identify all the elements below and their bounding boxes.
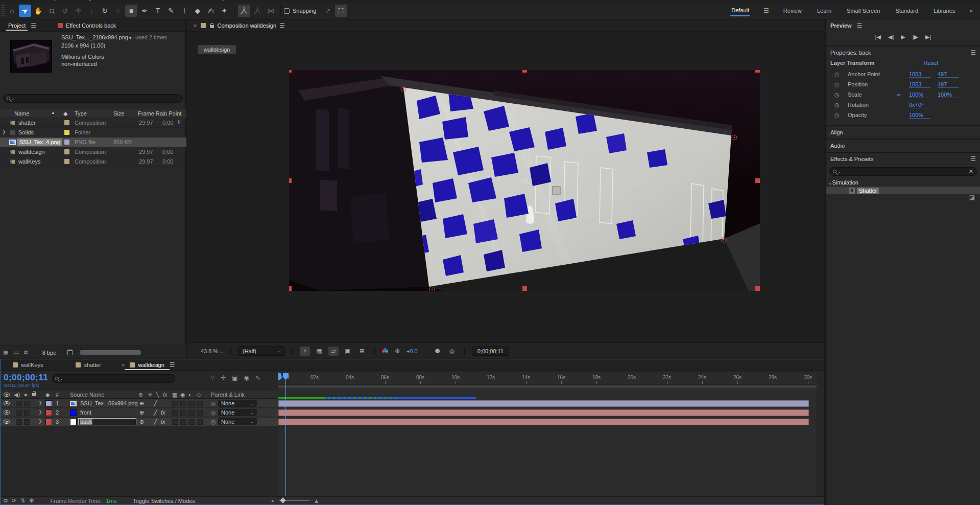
snap-guides-icon[interactable]: ↗ — [322, 5, 334, 17]
hand-tool-icon[interactable]: ✋ — [32, 5, 44, 17]
pan-camera-tool-icon[interactable]: ✛ — [72, 5, 84, 17]
workspace-overflow-icon[interactable]: » — [969, 7, 973, 14]
adjustment-switch-icon[interactable]: ◐ — [188, 392, 192, 398]
pickwhip-icon[interactable]: ◎ — [211, 419, 216, 425]
delete-icon[interactable] — [67, 350, 73, 355]
properties-menu-icon[interactable]: ☰ — [970, 49, 976, 56]
motion-blur-switch-icon[interactable]: ◉ — [180, 392, 185, 398]
transparency-grid-icon[interactable]: ▦ — [314, 347, 324, 356]
timeline-track-area[interactable]: 0:00 02s 04s 06s 08s 10s 12s 14s 16s 18s… — [278, 373, 816, 497]
pen-tool-icon[interactable]: ✒ — [138, 5, 151, 17]
exposure-reset-icon[interactable]: ❉ — [392, 347, 402, 356]
shy-layers-icon[interactable]: ✛ — [221, 374, 226, 381]
snap-features-icon[interactable]: ⛶ — [335, 5, 347, 17]
project-row-shatter[interactable]: shatter Composition 29.97 0;00 ⣿ — [0, 118, 186, 128]
layer-visibility-icon[interactable] — [4, 401, 10, 405]
rotation-tool-icon[interactable]: ↻ — [99, 5, 111, 17]
local-axis-mode-icon[interactable]: 人 — [238, 5, 250, 17]
play-icon[interactable]: ▶ — [901, 34, 905, 40]
snapshot-camera-icon[interactable]: ⚈ — [433, 347, 443, 356]
col-in-point[interactable]: In Point — [162, 110, 181, 117]
zoom-tool-icon[interactable] — [45, 5, 58, 17]
timeline-search-input[interactable]: ⌄ — [52, 374, 175, 383]
audio-title[interactable]: Audio — [830, 143, 845, 149]
region-of-interest-icon[interactable]: ▣ — [343, 347, 353, 356]
composition-panel-menu-icon[interactable]: ☰ — [279, 22, 285, 29]
position-y-value[interactable]: 497 — [938, 81, 959, 88]
twirl-arrow-icon[interactable]: ❯ — [38, 419, 42, 424]
menu-effect[interactable]: Effect — [106, 0, 120, 1]
exposure-value[interactable]: +0.0 — [407, 348, 418, 354]
layer-bar-3[interactable] — [278, 419, 809, 425]
snapping-checkbox[interactable] — [284, 8, 290, 14]
brush-tool-icon[interactable]: ✎ — [165, 5, 177, 17]
new-folder-icon[interactable]: ▭ — [13, 349, 18, 356]
rotation-value[interactable]: 0x+0° — [909, 102, 930, 108]
channel-icon[interactable] — [382, 348, 388, 354]
camera-tool-icon[interactable]: ⌗ — [112, 5, 124, 17]
view-layout-icon[interactable]: ⊞ — [357, 347, 367, 356]
close-tab-icon[interactable]: × — [194, 22, 197, 29]
index-column[interactable]: # — [56, 392, 59, 398]
frame-blend-icon[interactable]: ▣ — [232, 374, 237, 381]
opacity-value[interactable]: 100% — [909, 112, 930, 119]
clear-search-icon[interactable]: ✕ — [969, 168, 973, 175]
mask-visibility-icon[interactable]: ▱ — [328, 347, 339, 356]
layer-row-3[interactable]: ❯ 3 back ⊕ ╱ fx ◎ None⌄ — [1, 418, 278, 426]
stopwatch-icon[interactable]: ◷ — [834, 112, 848, 119]
color-depth-button[interactable]: 8 bpc — [42, 350, 56, 356]
layer-name-edit-field[interactable]: back — [78, 418, 136, 425]
dolly-camera-tool-icon[interactable]: ↓ — [85, 5, 98, 17]
layer-bar-2[interactable] — [278, 409, 809, 416]
zoom-out-mountain-icon[interactable]: ▲ — [271, 498, 275, 503]
expand-inout-icon[interactable]: ⟳ — [12, 497, 16, 504]
orbit-camera-tool-icon[interactable]: ↺ — [59, 5, 71, 17]
anchor-x-value[interactable]: 1053 — [909, 71, 930, 78]
eraser-tool-icon[interactable]: ◆ — [192, 5, 204, 17]
expand-transfer-icon[interactable]: ⧉ — [4, 497, 8, 504]
composition-viewport[interactable] — [289, 70, 760, 291]
selection-tool-icon[interactable]: ➤ — [19, 5, 31, 17]
view-axis-mode-icon[interactable]: ⋈ — [265, 5, 277, 17]
shy-switch-icon[interactable]: ✳ — [148, 392, 152, 398]
menu-composition[interactable]: Composition — [42, 0, 74, 1]
stopwatch-icon[interactable]: ◷ — [834, 102, 848, 108]
fx-switch[interactable]: fx — [161, 419, 165, 425]
timeline-current-timecode[interactable]: 0;00;00;11 — [4, 373, 48, 383]
solid-color-swatch[interactable] — [70, 409, 77, 416]
menu-view[interactable]: View — [163, 0, 176, 1]
show-snapshot-icon[interactable]: ◎ — [447, 347, 457, 356]
toggle-switches-modes-button[interactable]: Toggle Switches / Modes — [133, 498, 195, 504]
parent-dropdown[interactable]: None⌄ — [218, 409, 257, 416]
interpret-footage-icon[interactable]: ▦ — [3, 349, 8, 356]
toolbar-grip[interactable] — [1, 5, 5, 16]
pickwhip-icon[interactable]: ◎ — [211, 400, 216, 407]
roto-brush-tool-icon[interactable]: ✍ — [205, 5, 217, 17]
label-color[interactable] — [64, 120, 69, 125]
label-color[interactable] — [64, 140, 69, 145]
filename-dropdown-icon[interactable]: ▼ — [128, 36, 132, 40]
project-search-input[interactable]: ⌄ — [3, 94, 183, 103]
workspace-default[interactable]: Default — [730, 5, 750, 16]
label-color[interactable] — [64, 159, 69, 164]
resolution-dropdown[interactable]: (Half)⌄ — [238, 346, 285, 356]
threed-switch-icon[interactable]: ◇ — [197, 392, 201, 398]
new-preset-icon[interactable]: ◪ — [969, 194, 975, 201]
previous-frame-icon[interactable]: ◀| — [888, 34, 894, 40]
quality-switch[interactable]: ╱ — [154, 409, 157, 416]
menu-file[interactable]: File — [5, 0, 14, 1]
col-frame-rate[interactable]: Frame Ra.. — [138, 110, 166, 117]
expand-arrow-icon[interactable]: ❯ — [2, 129, 6, 134]
col-size[interactable]: Size — [113, 110, 124, 117]
timeline-tab-shatter[interactable]: shatter — [70, 359, 106, 370]
layer-bar-1[interactable] — [278, 400, 809, 407]
layer-visibility-icon[interactable] — [4, 420, 10, 424]
layer-row-2[interactable]: ❯ 2 front ⊕ ╱ fx ◎ None⌄ — [1, 408, 278, 417]
menu-animation[interactable]: Animation — [129, 0, 154, 1]
next-frame-icon[interactable]: |▶ — [913, 34, 918, 40]
workspace-review[interactable]: Review — [782, 6, 803, 16]
video-column-icon[interactable] — [4, 393, 10, 397]
layer-transform-label[interactable]: Layer Transform — [830, 60, 874, 66]
menu-layer[interactable]: Layer — [83, 0, 97, 1]
source-name-column[interactable]: Source Name — [70, 392, 104, 398]
